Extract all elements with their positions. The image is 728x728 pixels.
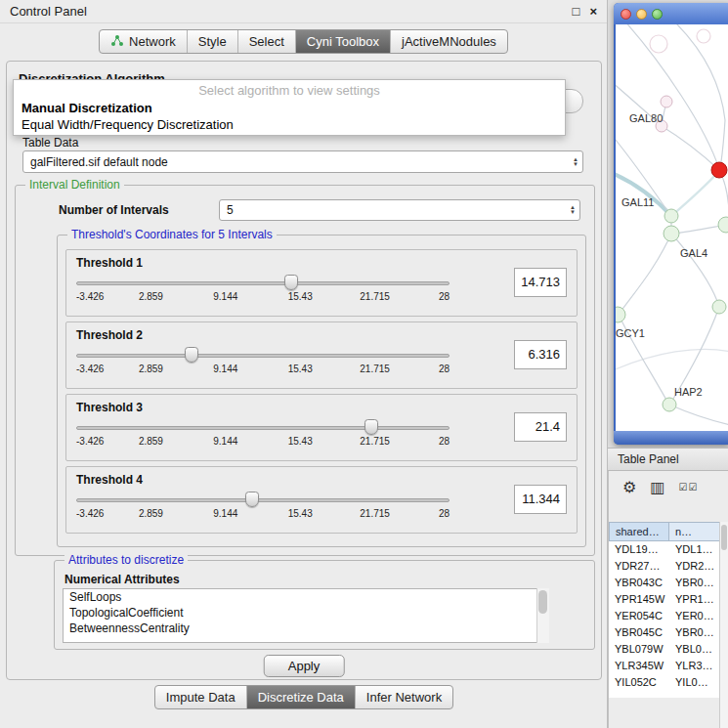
tick-label: 21.715 bbox=[360, 364, 390, 374]
threshold-value-field[interactable]: 21.4 bbox=[514, 412, 567, 442]
tab-label: Infer Network bbox=[366, 690, 442, 705]
tick-label: 9.144 bbox=[213, 291, 237, 302]
tick-label: 9.144 bbox=[213, 508, 237, 519]
table-row[interactable]: YER054CYER0… bbox=[609, 608, 728, 624]
screen: Control Panel □ × Network Style Select bbox=[0, 0, 728, 728]
tab-label: Discretize Data bbox=[258, 690, 344, 705]
tick-label: 28 bbox=[439, 291, 450, 302]
attribute-item[interactable]: BetweennessCentrality bbox=[64, 621, 548, 636]
slider-thumb[interactable] bbox=[185, 347, 198, 363]
table-row[interactable]: YBR045CYBR0… bbox=[609, 624, 728, 641]
table-row[interactable]: YPR145WYPR1… bbox=[609, 591, 728, 608]
slider-track[interactable] bbox=[76, 281, 450, 285]
scrollbar-thumb[interactable] bbox=[538, 590, 547, 614]
threshold-value-field[interactable]: 11.344 bbox=[514, 485, 567, 514]
algorithm-dropdown-popup: Select algorithm to view settings Manual… bbox=[13, 79, 566, 136]
tab-network[interactable]: Network bbox=[100, 30, 187, 53]
network-node[interactable] bbox=[664, 226, 679, 241]
tab-jactivemnodules[interactable]: jActiveMNodules bbox=[390, 30, 507, 53]
tab-cyni-toolbox[interactable]: Cyni Toolbox bbox=[295, 30, 390, 53]
table-scrollbar[interactable] bbox=[719, 522, 728, 728]
network-node[interactable] bbox=[718, 217, 728, 233]
network-node[interactable] bbox=[663, 398, 676, 411]
tab-impute-data[interactable]: Impute Data bbox=[155, 686, 246, 708]
network-node[interactable] bbox=[712, 300, 726, 314]
tab-style[interactable]: Style bbox=[187, 30, 237, 53]
network-view-window[interactable]: GAL80GAL11GAL4GCY1HAP2 bbox=[614, 3, 728, 445]
slider-ticks: -3.4262.8599.14415.4321.71528 bbox=[76, 291, 450, 303]
table-cell: YBR043C bbox=[609, 575, 669, 591]
threshold-slider[interactable] bbox=[76, 418, 450, 436]
minimize-traffic-light-icon[interactable] bbox=[636, 9, 647, 20]
slider-track[interactable] bbox=[76, 426, 450, 430]
settings-gear-icon[interactable]: ⚙ bbox=[622, 480, 636, 495]
table-row[interactable]: YIL052CYIL0… bbox=[609, 674, 728, 691]
table-row[interactable]: YBL079WYBL0… bbox=[609, 641, 728, 658]
table-row[interactable]: YLR345WYLR3… bbox=[609, 658, 728, 674]
table-data-combobox[interactable]: galFiltered.sif default node ▲▼ bbox=[22, 150, 583, 173]
select-columns-icon[interactable]: ☑☑ bbox=[678, 480, 698, 495]
tick-label: 15.43 bbox=[288, 364, 313, 374]
scrollbar-thumb[interactable] bbox=[721, 525, 727, 550]
threshold-value-field[interactable]: 14.713 bbox=[514, 268, 567, 297]
algorithm-option-equal-width-frequency[interactable]: Equal Width/Frequency Discretization bbox=[14, 116, 565, 133]
slider-ticks: -3.4262.8599.14415.4321.71528 bbox=[76, 436, 450, 448]
close-traffic-light-icon[interactable] bbox=[621, 9, 631, 20]
numerical-attributes-list[interactable]: SelfLoopsTopologicalCoefficientBetweenne… bbox=[63, 588, 549, 643]
tab-infer-network[interactable]: Infer Network bbox=[355, 686, 452, 708]
tick-label: -3.426 bbox=[76, 364, 104, 374]
tab-select[interactable]: Select bbox=[237, 30, 295, 53]
threshold-slider[interactable] bbox=[76, 346, 450, 364]
interval-definition-group: Interval Definition Number of Intervals … bbox=[15, 185, 595, 556]
network-window-titlebar[interactable] bbox=[614, 3, 728, 24]
thresholds-legend: Threshold's Coordinates for 5 Intervals bbox=[67, 228, 277, 241]
table-cell: YIL052C bbox=[609, 674, 669, 691]
threshold-label: Threshold 4 bbox=[76, 473, 569, 487]
network-node[interactable] bbox=[664, 209, 678, 223]
slider-thumb[interactable] bbox=[364, 419, 378, 435]
table-cell: YBL079W bbox=[609, 641, 669, 658]
slider-thumb[interactable] bbox=[245, 492, 259, 507]
tick-label: 9.144 bbox=[213, 364, 237, 374]
threshold-slider[interactable] bbox=[76, 274, 450, 291]
network-node[interactable] bbox=[661, 96, 672, 107]
number-of-intervals-combobox[interactable]: 5 ▲▼ bbox=[219, 199, 580, 221]
table-cell: YPR145W bbox=[609, 591, 669, 608]
tick-label: 2.859 bbox=[139, 508, 163, 519]
attributes-list-scrollbar[interactable] bbox=[536, 588, 549, 643]
interval-definition-legend: Interval Definition bbox=[25, 178, 124, 192]
close-window-icon[interactable]: × bbox=[589, 4, 597, 19]
table-data-label: Table Data bbox=[22, 136, 78, 150]
columns-icon[interactable]: ▥ bbox=[650, 480, 664, 495]
network-node[interactable] bbox=[616, 307, 625, 322]
threshold-panel: Threshold 3-3.4262.8599.14415.4321.71528… bbox=[65, 394, 578, 461]
slider-thumb[interactable] bbox=[284, 275, 298, 290]
right-pane: GAL80GAL11GAL4GCY1HAP2 Table Panel ⚙ ▥ ☑… bbox=[608, 0, 728, 728]
table-row[interactable]: YDR27…YDR2… bbox=[609, 558, 728, 575]
bottom-tab-bar: Impute Data Discretize Data Infer Networ… bbox=[0, 685, 608, 709]
threshold-slider[interactable] bbox=[76, 491, 450, 508]
tick-label: 15.43 bbox=[288, 291, 313, 302]
float-window-icon[interactable]: □ bbox=[573, 4, 580, 19]
table-row[interactable]: YBR043CYBR0… bbox=[609, 575, 728, 591]
tick-label: 28 bbox=[439, 508, 450, 519]
slider-track[interactable] bbox=[76, 354, 450, 358]
column-header-shared-name[interactable]: shared… bbox=[609, 522, 669, 541]
tab-discretize-data[interactable]: Discretize Data bbox=[246, 686, 355, 708]
zoom-traffic-light-icon[interactable] bbox=[652, 9, 663, 20]
apply-button[interactable]: Apply bbox=[264, 655, 345, 677]
network-canvas[interactable]: GAL80GAL11GAL4GCY1HAP2 bbox=[616, 24, 728, 431]
number-of-intervals-label: Number of Intervals bbox=[59, 203, 169, 217]
table-row[interactable]: YDL19…YDL1… bbox=[609, 541, 728, 558]
combo-arrows-icon: ▲▼ bbox=[573, 157, 578, 167]
tab-label: Impute Data bbox=[166, 690, 236, 705]
attribute-item[interactable]: SelfLoops bbox=[64, 589, 548, 605]
threshold-panels: Threshold 1-3.4262.8599.14415.4321.71528… bbox=[65, 249, 578, 538]
algorithm-option-manual-discretization[interactable]: Manual Discretization bbox=[14, 100, 565, 116]
attribute-item[interactable]: TopologicalCoefficient bbox=[64, 605, 548, 621]
network-node[interactable] bbox=[711, 162, 727, 178]
tick-label: 28 bbox=[439, 436, 450, 447]
threshold-value-field[interactable]: 6.316 bbox=[514, 340, 567, 369]
slider-track[interactable] bbox=[76, 498, 450, 502]
table-body: YDL19…YDL1…YDR27…YDR2…YBR043CYBR0…YPR145… bbox=[609, 541, 728, 698]
